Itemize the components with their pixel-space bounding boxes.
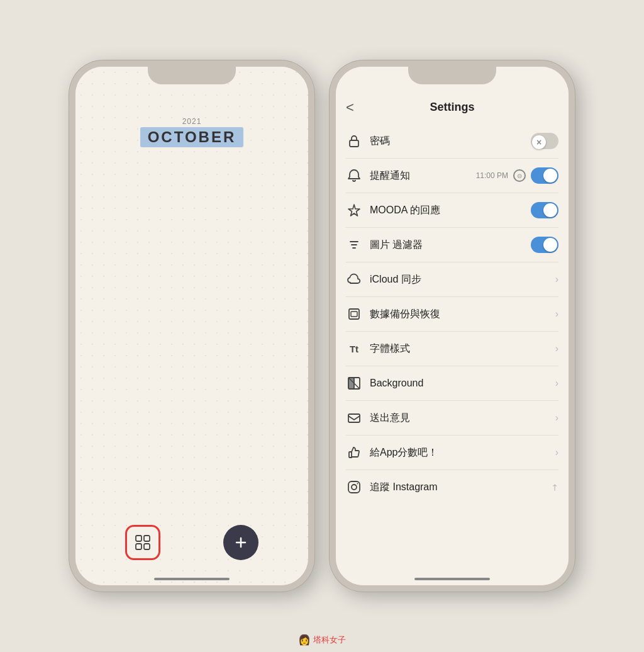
toggle-thumb <box>532 135 546 149</box>
reminder-label: 提醒通知 <box>370 169 469 183</box>
month-label: OCTOBER <box>140 127 244 147</box>
settings-item-font[interactable]: Tt 字體樣式 › <box>346 332 558 366</box>
instagram-label: 追蹤 Instagram <box>370 481 543 494</box>
settings-list: 密碼 提醒通知 <box>336 124 569 585</box>
svg-rect-2 <box>136 544 142 549</box>
mail-icon <box>346 410 362 426</box>
settings-title: Settings <box>430 101 474 114</box>
font-icon: Tt <box>346 340 362 357</box>
svg-rect-16 <box>348 481 360 493</box>
font-chevron: › <box>555 343 558 354</box>
svg-point-18 <box>357 483 358 485</box>
password-right <box>531 133 558 149</box>
toggle-thumb <box>543 238 557 252</box>
background-icon <box>346 375 362 391</box>
settings-item-background[interactable]: Background › <box>346 366 558 401</box>
year-label: 2021 <box>182 117 202 126</box>
settings-item-instagram[interactable]: 追蹤 Instagram ↗ <box>346 470 558 504</box>
grid-view-button[interactable] <box>125 525 160 560</box>
settings-header: < Settings <box>336 94 569 124</box>
svg-rect-0 <box>136 536 142 541</box>
svg-rect-3 <box>144 544 150 549</box>
toggle-thumb <box>543 169 557 183</box>
backup-right: › <box>555 308 558 320</box>
svg-point-17 <box>352 485 357 490</box>
left-screen: 2021 OCTOBER <box>75 67 308 585</box>
settings-item-mooda[interactable]: MOODA 的回應 <box>346 193 558 228</box>
right-phone: < Settings 密碼 <box>330 60 575 592</box>
left-notch <box>148 67 236 84</box>
settings-item-backup[interactable]: 數據備份與恢復 › <box>346 297 558 332</box>
background-right: › <box>555 378 558 389</box>
settings-item-filter[interactable]: 圖片 過濾器 <box>346 228 558 262</box>
filter-toggle[interactable] <box>531 237 558 253</box>
rate-chevron: › <box>555 447 558 458</box>
svg-rect-11 <box>351 312 357 317</box>
lock-icon <box>346 133 362 149</box>
left-phone: 2021 OCTOBER <box>69 60 314 592</box>
feedback-label: 送出意見 <box>370 412 548 425</box>
bell-icon <box>346 167 362 184</box>
background-chevron: › <box>555 378 558 389</box>
filter-right <box>531 237 558 253</box>
watermark: 👩 塔科女子 <box>298 634 346 646</box>
svg-rect-6 <box>350 140 358 147</box>
settings-item-password[interactable]: 密碼 <box>346 124 558 159</box>
backup-chevron: › <box>555 308 558 320</box>
filter-icon <box>346 237 362 253</box>
reminder-right: 11:00 PM ⊝ <box>476 167 558 184</box>
grid-icon <box>134 534 152 551</box>
settings-item-rate[interactable]: 給App分數吧！ › <box>346 436 558 470</box>
password-toggle[interactable] <box>531 133 558 149</box>
rate-label: 給App分數吧！ <box>370 446 548 459</box>
settings-item-reminder[interactable]: 提醒通知 11:00 PM ⊝ <box>346 159 558 193</box>
instagram-right: ↗ <box>551 482 558 492</box>
settings-item-feedback[interactable]: 送出意見 › <box>346 401 558 436</box>
svg-rect-13 <box>348 378 354 389</box>
backup-label: 數據備份與恢復 <box>370 308 548 321</box>
icloud-right: › <box>555 274 558 285</box>
password-label: 密碼 <box>370 135 523 148</box>
backup-icon <box>346 306 362 322</box>
background-label: Background <box>370 378 548 389</box>
bottom-bar <box>75 525 308 560</box>
plus-icon <box>233 535 248 550</box>
right-notch <box>408 67 496 84</box>
home-indicator-right <box>414 578 490 580</box>
reminder-toggle[interactable] <box>531 167 558 184</box>
mooda-right <box>531 202 558 218</box>
filter-label: 圖片 過濾器 <box>370 239 523 252</box>
feedback-chevron: › <box>555 412 558 424</box>
font-right: › <box>555 343 558 354</box>
thumb-icon <box>346 444 362 461</box>
phones-container: 2021 OCTOBER <box>57 35 587 617</box>
svg-rect-1 <box>144 536 150 541</box>
sparkle-icon <box>346 202 362 218</box>
watermark-emoji: 👩 <box>298 634 311 646</box>
feedback-right: › <box>555 412 558 424</box>
toggle-thumb <box>543 203 557 217</box>
watermark-text: 塔科女子 <box>313 634 346 646</box>
rate-right: › <box>555 447 558 458</box>
mooda-label: MOODA 的回應 <box>370 204 523 217</box>
font-label: 字體樣式 <box>370 342 548 356</box>
add-button[interactable] <box>223 525 258 560</box>
cloud-icon <box>346 271 362 288</box>
settings-item-icloud[interactable]: iCloud 同步 › <box>346 262 558 297</box>
mooda-toggle[interactable] <box>531 202 558 218</box>
instagram-icon <box>346 479 362 495</box>
home-indicator-left <box>154 578 230 580</box>
icloud-label: iCloud 同步 <box>370 273 548 286</box>
external-link-icon: ↗ <box>548 481 561 493</box>
reminder-time: 11:00 PM <box>476 171 508 180</box>
icloud-chevron: › <box>555 274 558 285</box>
reminder-clock-icon: ⊝ <box>513 169 526 182</box>
right-screen: < Settings 密碼 <box>336 67 569 585</box>
back-button[interactable]: < <box>346 99 354 116</box>
svg-rect-15 <box>348 414 360 422</box>
